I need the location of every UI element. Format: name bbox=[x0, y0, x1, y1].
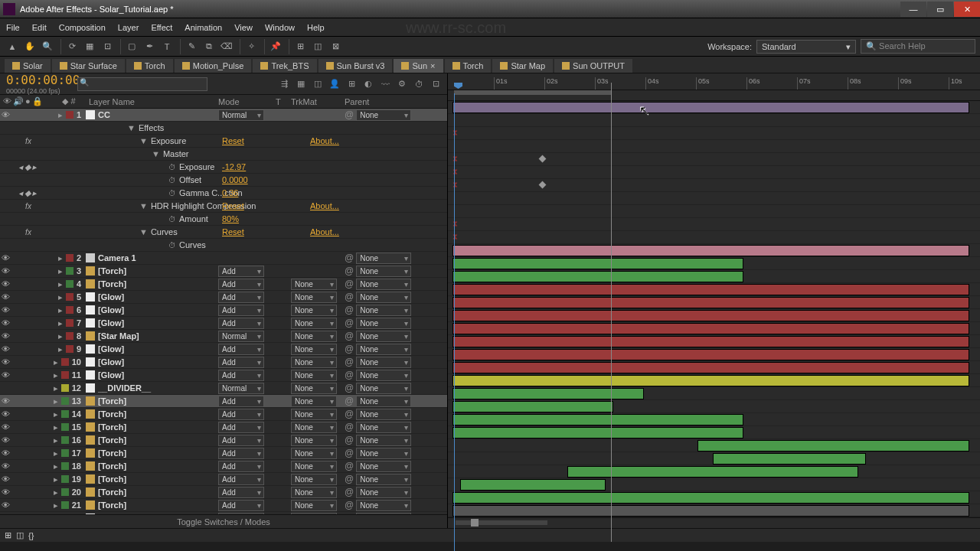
pickwhip-icon[interactable]: @ bbox=[345, 396, 354, 406]
trkmat-select[interactable]: None bbox=[291, 500, 337, 511]
workspace-select[interactable]: Standard bbox=[756, 40, 856, 54]
roto-tool-icon[interactable]: ✧ bbox=[243, 39, 259, 54]
pickwhip-icon[interactable]: @ bbox=[345, 292, 354, 302]
trkmat-select[interactable]: None bbox=[291, 318, 337, 329]
timeline-track[interactable] bbox=[448, 491, 980, 504]
twirl-icon[interactable]: ▸ bbox=[54, 448, 58, 458]
timeline-track[interactable] bbox=[448, 140, 980, 153]
comp-tab-trek-bts[interactable]: Trek_BTS bbox=[253, 59, 316, 73]
visibility-toggle-icon[interactable]: 👁 bbox=[0, 279, 11, 289]
twirl-icon[interactable]: ▸ bbox=[58, 292, 63, 302]
timeline-track[interactable]: ⧗ bbox=[448, 218, 980, 231]
minimize-button[interactable]: — bbox=[900, 2, 926, 17]
layer-row[interactable]: ▸12__DIVIDER__NormalNone@None bbox=[0, 382, 447, 395]
parent-select[interactable]: None bbox=[356, 292, 411, 303]
comp-tab-torch[interactable]: Torch bbox=[445, 59, 492, 73]
about-link[interactable]: About... bbox=[310, 136, 339, 145]
layer-name-text[interactable]: [Torch] bbox=[98, 448, 126, 458]
visibility-toggle-icon[interactable]: 👁 bbox=[0, 110, 11, 119]
visibility-toggle-icon[interactable]: 👁 bbox=[0, 266, 11, 276]
pan-behind-tool-icon[interactable]: ⊡ bbox=[100, 39, 115, 54]
blend-mode-select[interactable]: Normal bbox=[218, 109, 264, 121]
stopwatch-icon[interactable]: ⏱ bbox=[168, 241, 176, 249]
visibility-toggle-icon[interactable]: 👁 bbox=[0, 487, 11, 497]
twirl-icon[interactable]: ▸ bbox=[54, 514, 58, 515]
pickwhip-icon[interactable]: @ bbox=[345, 461, 354, 471]
blend-mode-select[interactable]: Add bbox=[218, 305, 264, 316]
prev-keyframe-icon[interactable]: ◂ bbox=[18, 162, 23, 172]
timeline-track[interactable] bbox=[448, 309, 980, 322]
timeline-track[interactable]: ⧗ bbox=[448, 153, 980, 166]
blend-mode-select[interactable]: Add bbox=[218, 396, 264, 407]
blend-mode-select[interactable]: Add bbox=[218, 500, 264, 511]
shy-icon[interactable]: 👤 bbox=[328, 77, 341, 91]
pickwhip-icon[interactable]: @ bbox=[345, 422, 354, 432]
3d-icon[interactable]: ◫ bbox=[311, 77, 325, 91]
layer-name-text[interactable]: [Torch] bbox=[98, 461, 126, 471]
reset-link[interactable]: Reset bbox=[222, 227, 244, 236]
twirl-icon[interactable]: ▼ bbox=[139, 201, 148, 210]
effect-property-row[interactable]: ⏱Curves bbox=[0, 239, 447, 252]
menu-help[interactable]: Help bbox=[307, 23, 325, 32]
layer-name-text[interactable]: [Torch] bbox=[98, 500, 126, 510]
twirl-icon[interactable]: ▸ bbox=[54, 461, 58, 471]
trkmat-select[interactable]: None bbox=[291, 292, 337, 303]
layer-duration-bar[interactable] bbox=[452, 401, 613, 412]
timeline-zoom-slider[interactable] bbox=[456, 520, 547, 525]
comp-tab-sun-output[interactable]: Sun OUTPUT bbox=[554, 59, 632, 73]
footer-icon-3[interactable]: {} bbox=[28, 531, 34, 540]
visibility-toggle-icon[interactable]: 👁 bbox=[0, 357, 11, 367]
trkmat-select[interactable]: None bbox=[291, 409, 337, 420]
parent-select[interactable]: None bbox=[356, 474, 411, 485]
layer-duration-bar[interactable] bbox=[452, 336, 969, 347]
shape-tool-icon[interactable]: ▢ bbox=[124, 39, 139, 54]
label-color-chip[interactable] bbox=[66, 306, 74, 314]
timeline-track[interactable] bbox=[448, 257, 980, 270]
layer-row[interactable]: 👁▸1CCNormal@None bbox=[0, 109, 447, 122]
layer-name-text[interactable]: [Torch] bbox=[98, 474, 126, 484]
label-color-chip[interactable] bbox=[66, 345, 74, 353]
label-color-chip[interactable] bbox=[61, 358, 69, 366]
twirl-icon[interactable]: ▸ bbox=[54, 487, 58, 497]
timeline-track[interactable] bbox=[448, 374, 980, 387]
trkmat-select[interactable]: None bbox=[291, 461, 337, 472]
footer-icon-1[interactable]: ⊞ bbox=[5, 530, 11, 540]
timeline-track[interactable] bbox=[448, 335, 980, 348]
parent-select[interactable]: None bbox=[356, 344, 411, 355]
twirl-icon[interactable]: ▸ bbox=[58, 344, 63, 354]
layer-name-text[interactable]: [Torch] bbox=[98, 422, 126, 432]
pickwhip-icon[interactable]: @ bbox=[345, 344, 354, 354]
label-color-chip[interactable] bbox=[61, 384, 69, 392]
visibility-toggle-icon[interactable]: 👁 bbox=[0, 461, 11, 471]
pen-tool-icon[interactable]: ✒ bbox=[142, 39, 157, 54]
property-value[interactable]: 0.36 bbox=[222, 188, 238, 197]
layer-name-text[interactable]: [Torch] bbox=[98, 487, 126, 497]
blend-mode-select[interactable]: Add bbox=[218, 318, 264, 329]
blend-mode-select[interactable]: Add bbox=[218, 461, 264, 472]
layer-duration-bar[interactable] bbox=[460, 479, 606, 491]
layer-row[interactable]: 👁▸11[Glow]AddNone@None bbox=[0, 369, 447, 382]
layer-name-text[interactable]: [Glow] bbox=[98, 305, 124, 315]
blend-mode-select[interactable]: Add bbox=[218, 474, 264, 485]
stopwatch-icon[interactable]: ⏱ bbox=[168, 176, 176, 184]
layer-row[interactable]: 👁▸16[Torch]AddNone@None bbox=[0, 434, 447, 447]
layer-row[interactable]: 👁▸17[Torch]AddNone@None bbox=[0, 447, 447, 460]
label-color-chip[interactable] bbox=[61, 397, 69, 405]
layer-row[interactable]: 👁▸9[Glow]AddNone@None bbox=[0, 343, 447, 356]
label-color-chip[interactable] bbox=[61, 423, 69, 431]
timeline-track[interactable] bbox=[448, 504, 980, 517]
parent-select[interactable]: None bbox=[356, 109, 411, 121]
timeline-track[interactable] bbox=[448, 361, 980, 374]
layer-name-text[interactable]: [Torch] bbox=[98, 266, 126, 276]
layer-duration-bar[interactable] bbox=[697, 440, 969, 452]
comp-mini-flowchart-icon[interactable]: ⇶ bbox=[277, 77, 291, 91]
prev-keyframe-icon[interactable]: ◂ bbox=[18, 188, 23, 198]
timeline-track[interactable] bbox=[448, 192, 980, 205]
timeline-track[interactable] bbox=[448, 296, 980, 309]
label-color-chip[interactable] bbox=[66, 293, 74, 301]
trkmat-select[interactable]: None bbox=[291, 279, 337, 290]
layer-duration-bar[interactable] bbox=[452, 258, 743, 269]
keyframe-icon[interactable] bbox=[539, 155, 547, 162]
timeline-track[interactable] bbox=[448, 387, 980, 400]
timeline-track[interactable] bbox=[448, 244, 980, 257]
